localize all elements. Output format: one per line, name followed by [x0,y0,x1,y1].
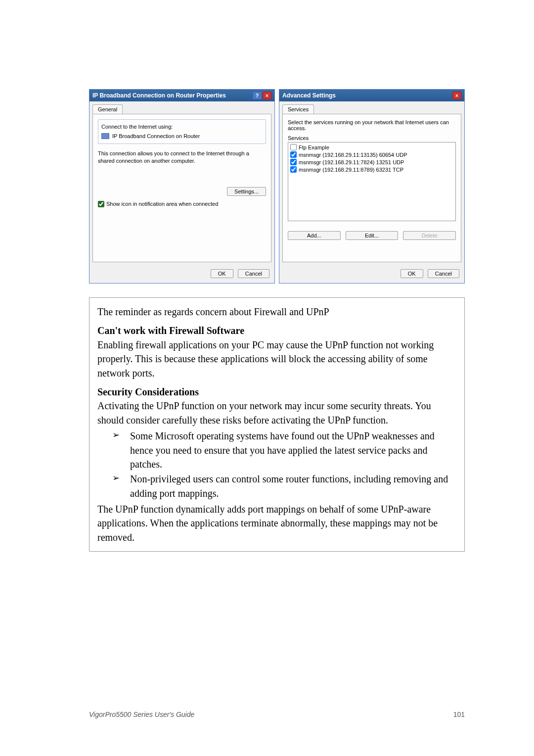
ok-button-2[interactable]: OK [400,269,423,278]
dialog1-title: IP Broadband Connection on Router Proper… [92,92,226,99]
service-checkbox[interactable] [290,151,297,158]
info-box: The reminder as regards concern about Fi… [89,297,465,552]
connect-label: Connect to the Internet using: [101,124,263,130]
service-label: msnmsgr (192.168.29.11:13135) 60654 UDP [299,152,407,158]
connection-desc: This connection allows you to connect to… [98,150,266,165]
list-item[interactable]: msnmsgr (192.168.29.11:8789) 63231 TCP [289,166,454,173]
paragraph-firewall: Enabling firewall applications on your P… [97,338,456,380]
cancel-button-1[interactable]: Cancel [238,269,269,278]
delete-button[interactable]: Delete [403,231,456,240]
footer-page-number: 101 [453,710,465,718]
settings-button[interactable]: Settings... [227,187,266,196]
services-listbox[interactable]: Ftp Example msnmsgr (192.168.29.11:13135… [288,142,456,221]
reminder-line: The reminder as regards concern about Fi… [97,305,456,319]
dialog2-title: Advanced Settings [282,92,336,99]
service-label: msnmsgr (192.168.29.11:8789) 63231 TCP [299,167,403,173]
footer-guide: VigorPro5500 Series User's Guide [89,710,194,718]
bullet-2: Non-privileged users can control some ro… [112,472,456,500]
close-icon[interactable]: × [263,92,271,99]
connection-name: IP Broadband Connection on Router [112,133,200,139]
service-label: Ftp Example [299,144,329,150]
add-button[interactable]: Add... [288,231,341,240]
tab-general[interactable]: General [92,104,123,114]
screenshots-row: IP Broadband Connection on Router Proper… [89,89,465,284]
show-icon-checkbox[interactable] [98,201,104,207]
cancel-button-2[interactable]: Cancel [428,269,459,278]
network-icon [101,133,109,139]
service-checkbox[interactable] [290,144,297,150]
service-checkbox[interactable] [290,159,297,165]
page-footer: VigorPro5500 Series User's Guide 101 [89,710,465,718]
connection-item[interactable]: IP Broadband Connection on Router [101,132,263,141]
advanced-settings-dialog: Advanced Settings × Services Select the … [279,89,465,284]
show-icon-row[interactable]: Show icon in notification area when conn… [98,201,266,207]
titlebar-1: IP Broadband Connection on Router Proper… [89,90,274,101]
services-intro: Select the services running on your netw… [288,119,456,131]
connect-groupbox: Connect to the Internet using: IP Broadb… [98,119,266,144]
bullet-list: Some Microsoft operating systems have fo… [112,429,456,500]
paragraph-security: Activating the UPnP function on your net… [97,399,456,427]
list-item[interactable]: Ftp Example [289,143,454,151]
ok-button-1[interactable]: OK [211,269,233,278]
paragraph-upnp: The UPnP function dynamically adds port … [97,502,456,544]
service-checkbox[interactable] [290,166,297,173]
titlebar-2: Advanced Settings × [279,90,464,101]
bullet-1: Some Microsoft operating systems have fo… [112,429,456,471]
close-icon[interactable]: × [452,92,461,99]
heading-firewall: Can't work with Firewall Software [97,324,456,337]
show-icon-label: Show icon in notification area when conn… [106,201,218,207]
properties-dialog: IP Broadband Connection on Router Proper… [89,89,275,284]
list-item[interactable]: msnmsgr (192.168.29.11:7824) 13251 UDP [289,158,454,166]
heading-security: Security Considerations [97,385,456,399]
service-label: msnmsgr (192.168.29.11:7824) 13251 UDP [299,159,404,165]
tab-services[interactable]: Services [282,104,314,114]
help-icon[interactable]: ? [253,92,262,99]
list-item[interactable]: msnmsgr (192.168.29.11:13135) 60654 UDP [289,151,454,158]
edit-button[interactable]: Edit... [346,231,399,240]
services-group-label: Services [288,135,456,141]
